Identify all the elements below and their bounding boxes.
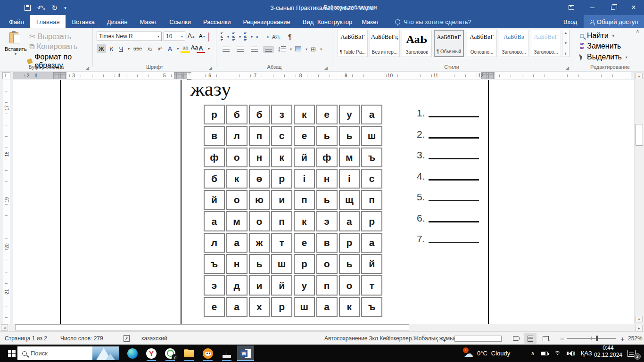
ribbon-display-options-button[interactable] <box>561 0 582 15</box>
taskbar-download-icon[interactable]: ↓ <box>218 346 235 361</box>
tab-table-design[interactable]: Конструктор <box>313 15 357 28</box>
find-button[interactable]: Найти▾ <box>580 32 614 40</box>
tab-selector[interactable]: L <box>2 72 10 79</box>
volume-icon[interactable]: )﻿) <box>567 351 575 356</box>
bold-button[interactable]: Ж <box>97 44 106 53</box>
bullets-button[interactable] <box>221 33 223 41</box>
clipboard-dialog-launcher[interactable]: ◢ <box>86 66 89 70</box>
sign-in-button[interactable]: Вход <box>563 15 577 28</box>
language-indicator[interactable]: казахский <box>141 332 167 345</box>
read-mode-button[interactable] <box>510 333 522 344</box>
horizontal-scroll-thumb[interactable] <box>15 324 409 330</box>
clock[interactable]: 0:44 02.12.2024 <box>593 345 623 362</box>
scroll-right-icon[interactable]: ▸ <box>636 325 643 331</box>
zoom-level[interactable]: 252% <box>628 332 643 345</box>
align-left-button[interactable] <box>221 46 231 53</box>
show-marks-button[interactable]: ¶ <box>288 33 292 41</box>
taskbar-edge-icon[interactable] <box>124 346 141 361</box>
italic-button[interactable]: К <box>108 44 116 53</box>
document-page[interactable]: 1718192021 жазу рббзкеуавлпсеььшфонкйфмъ… <box>0 80 644 324</box>
taskbar-search-box[interactable]: Поиск <box>17 346 119 360</box>
underline-button[interactable]: Ч <box>117 44 125 53</box>
print-layout-button[interactable] <box>524 333 537 344</box>
battery-icon[interactable] <box>541 352 548 355</box>
styles-more-icon[interactable]: ⇟ <box>564 52 567 56</box>
paragraph-dialog-launcher[interactable]: ◢ <box>324 66 328 70</box>
undo-icon[interactable]: ↶▾ <box>37 4 45 11</box>
styles-scroll-down-icon[interactable]: ▼ <box>564 41 568 45</box>
page-indicator[interactable]: Страница 1 из 2 <box>5 332 47 345</box>
line-spacing-button[interactable]: ↕ <box>277 45 286 53</box>
clear-formatting-button[interactable] <box>208 33 209 41</box>
taskbar-yandex-icon[interactable]: Y <box>143 346 160 361</box>
tab-table-layout[interactable]: Макет <box>357 15 384 28</box>
style-body-text[interactable]: АаБбВвГ Основно... <box>467 30 497 57</box>
tab-layout[interactable]: Макет <box>133 15 163 28</box>
web-layout-button[interactable] <box>539 333 552 344</box>
zoom-out-button[interactable]: − <box>560 332 564 345</box>
style-title[interactable]: АаЬ Заголовок <box>402 30 432 57</box>
vertical-ruler[interactable]: 1718192021 <box>0 80 13 324</box>
share-button[interactable]: Общий доступ <box>584 15 644 28</box>
numbering-button[interactable] <box>232 33 235 41</box>
vertical-scroll-thumb[interactable] <box>636 124 643 146</box>
search-highlight-image[interactable] <box>92 346 119 360</box>
taskbar-explorer-icon[interactable] <box>181 346 198 361</box>
styles-dialog-launcher[interactable]: ◢ <box>566 66 569 70</box>
zoom-slider-thumb[interactable] <box>596 336 598 341</box>
underline-caret[interactable]: ▾ <box>128 47 130 51</box>
style-heading2[interactable]: АаБбВвГ Заголово... <box>531 30 561 57</box>
justify-button[interactable] <box>263 46 274 53</box>
tab-file[interactable]: Файл <box>3 15 30 28</box>
tab-design[interactable]: Дизайн <box>101 15 134 28</box>
tab-review[interactable]: Рецензирование <box>237 15 296 28</box>
grow-font-button[interactable]: А▲ <box>188 32 195 39</box>
tab-mailings[interactable]: Рассылки <box>197 15 237 28</box>
taskbar-word-icon[interactable] <box>237 346 254 361</box>
taskbar-whatsapp-icon[interactable]: 7 <box>162 346 179 361</box>
word-count[interactable]: Число слов: 279 <box>60 332 103 345</box>
tab-insert[interactable]: Вставка <box>66 15 100 28</box>
style-heading1[interactable]: АаБбВв Заголово... <box>499 30 529 57</box>
weather-widget[interactable]: ☁ 1 0°C Cloudy <box>464 345 510 362</box>
style-normal-selected[interactable]: АаБбВвГ ¶ Обычный <box>434 30 464 57</box>
redo-icon[interactable]: ↻ <box>52 4 58 11</box>
tab-home[interactable]: Главная <box>30 15 66 28</box>
zoom-slider[interactable] <box>567 332 616 345</box>
minimize-button[interactable] <box>582 0 603 15</box>
paste-button[interactable]: Вставить ▾ <box>5 31 25 56</box>
shading-button[interactable] <box>295 45 301 53</box>
tab-references[interactable]: Ссылки <box>163 15 197 28</box>
align-right-button[interactable] <box>249 46 260 53</box>
subscript-button[interactable]: х₂ <box>146 45 154 52</box>
borders-button[interactable]: ⊞ <box>311 46 316 53</box>
scroll-down-icon[interactable]: ▾ <box>636 316 643 322</box>
vertical-scrollbar[interactable]: ▴ ▾ ▸ <box>634 72 644 324</box>
save-icon[interactable] <box>25 5 31 11</box>
font-family-combobox[interactable]: Times New R▾ <box>97 32 162 41</box>
customize-qat-icon[interactable]: ▾ <box>64 5 66 10</box>
word-search-grid[interactable]: рббзкеуавлпсеььшфонкйфмъбкөрінісйоюипьщп… <box>204 105 382 317</box>
select-button[interactable]: Выделить▾ <box>580 53 627 61</box>
restore-button[interactable] <box>603 0 623 15</box>
zoom-in-button[interactable]: + <box>620 332 625 345</box>
style-no-spacing[interactable]: АаБбВвГг, Без интер... <box>370 30 400 57</box>
styles-gallery-scroll[interactable]: ▲ ▼ ⇟ <box>562 30 570 57</box>
proofing-icon[interactable]: ✗ <box>124 332 130 345</box>
decrease-indent-button[interactable]: ⇤ <box>256 33 261 40</box>
cut-button[interactable]: ✂ Вырезать <box>29 32 71 41</box>
wifi-icon[interactable] <box>554 351 561 356</box>
answer-list[interactable]: 1.2.3.4.5.6.7. <box>417 107 479 245</box>
hidden-icons-chevron[interactable]: ∧ <box>531 350 535 356</box>
align-center-button[interactable] <box>235 46 246 53</box>
shrink-font-button[interactable]: А▼ <box>199 33 206 39</box>
font-size-combobox[interactable]: 10▾ <box>164 32 185 41</box>
horizontal-scrollbar[interactable]: ◂ <box>0 324 644 331</box>
text-effects-button[interactable]: А <box>166 44 174 53</box>
scroll-left-icon[interactable]: ◂ <box>1 324 8 331</box>
scroll-up-icon[interactable]: ▴ <box>636 73 643 79</box>
increase-indent-button[interactable]: ⇥ <box>264 33 269 40</box>
styles-scroll-up-icon[interactable]: ▲ <box>564 31 568 34</box>
font-dialog-launcher[interactable]: ◢ <box>209 66 212 70</box>
keyboard-language[interactable]: ҚАЗ <box>581 350 592 357</box>
